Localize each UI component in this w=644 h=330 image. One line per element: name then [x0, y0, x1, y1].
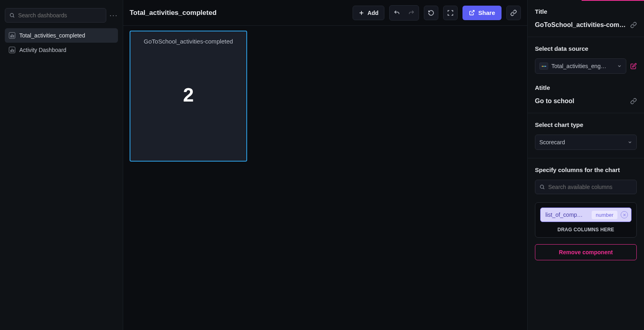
- column-chip[interactable]: list_of_comp… number: [540, 208, 632, 222]
- main-area: Total_activities_completed Add Share: [123, 0, 527, 330]
- data-source-value: Total_activities_eng…: [551, 63, 614, 69]
- search-icon: [9, 12, 15, 18]
- chart-type-value: Scorecard: [539, 139, 565, 145]
- scorecard-widget[interactable]: GoToSchool_activities-completed 2: [130, 31, 247, 162]
- title-value: GoToSchool_activities-completed: [535, 21, 626, 29]
- data-source-select[interactable]: Total_activities_eng…: [535, 58, 626, 74]
- search-dashboards-box[interactable]: [5, 8, 106, 23]
- chart-icon: [9, 47, 15, 53]
- chart-type-section: Select chart type Scorecard: [528, 113, 644, 158]
- link-icon[interactable]: [630, 98, 637, 104]
- sidebar-item-activity-dashboard[interactable]: Activity Dashboard: [5, 43, 118, 57]
- columns-search-input[interactable]: [548, 184, 632, 190]
- undo-redo-group: [389, 5, 419, 21]
- remove-chip-button[interactable]: [621, 211, 628, 218]
- active-indicator: [582, 0, 644, 1]
- search-dashboards-input[interactable]: [18, 12, 102, 19]
- search-icon: [539, 184, 545, 190]
- share-button[interactable]: Share: [462, 6, 502, 20]
- title-label: Title: [535, 8, 637, 15]
- dashboards-sidebar: ··· Total_activities_completed Activity …: [0, 0, 123, 330]
- remove-component-button[interactable]: Remove component: [535, 244, 637, 260]
- edit-datasource-button[interactable]: [630, 63, 637, 69]
- svg-line-1: [13, 17, 14, 18]
- svg-line-6: [543, 188, 545, 189]
- plus-icon: [359, 10, 364, 16]
- fullscreen-button[interactable]: [443, 6, 458, 20]
- undo-icon: [394, 10, 400, 16]
- inspector-panel: Title GoToSchool_activities-completed Se…: [527, 0, 644, 330]
- columns-search-box[interactable]: [535, 180, 637, 194]
- chart-icon: [9, 32, 15, 39]
- fullscreen-icon: [447, 10, 454, 16]
- chevron-down-icon: [627, 140, 632, 145]
- refresh-button[interactable]: [424, 6, 438, 20]
- sidebar-item-label: Total_activities_completed: [19, 32, 85, 39]
- add-button-label: Add: [367, 10, 378, 16]
- chart-type-select[interactable]: Scorecard: [535, 135, 637, 150]
- columns-label: Specify columns for the chart: [535, 166, 637, 173]
- link-button[interactable]: [506, 6, 521, 20]
- undo-button[interactable]: [390, 6, 403, 19]
- svg-point-0: [10, 13, 13, 17]
- refresh-icon: [428, 10, 434, 16]
- link-icon: [510, 10, 517, 16]
- atitle-label: Atitle: [535, 84, 637, 91]
- drag-hint-text: DRAG COLUMNS HERE: [540, 227, 632, 232]
- sidebar-item-label: Activity Dashboard: [19, 47, 66, 53]
- sidebar-search-row: ···: [5, 8, 118, 23]
- page-title: Total_activities_completed: [130, 9, 348, 17]
- top-toolbar: Total_activities_completed Add Share: [123, 0, 527, 26]
- columns-section: Specify columns for the chart: [528, 158, 644, 202]
- chart-type-label: Select chart type: [535, 121, 637, 128]
- data-source-label: Select data source: [535, 45, 637, 52]
- more-menu-icon[interactable]: ···: [109, 11, 118, 20]
- columns-drop-zone[interactable]: list_of_comp… number DRAG COLUMNS HERE: [535, 202, 637, 238]
- redo-button[interactable]: [405, 6, 418, 19]
- link-icon[interactable]: [630, 22, 637, 28]
- redo-icon: [408, 10, 415, 16]
- title-section: Title GoToSchool_activities-completed: [528, 0, 644, 37]
- scorecard-value: 2: [134, 37, 243, 153]
- external-link-icon: [469, 10, 475, 16]
- share-button-label: Share: [478, 9, 495, 16]
- datasource-icon: [539, 62, 548, 70]
- drop-zone-wrap: list_of_comp… number DRAG COLUMNS HERE: [528, 202, 644, 238]
- atitle-value: Go to school: [535, 98, 574, 105]
- sidebar-item-total-activities-completed[interactable]: Total_activities_completed: [5, 28, 118, 43]
- data-source-section: Select data source Total_activities_eng…: [528, 37, 644, 113]
- svg-line-4: [472, 10, 475, 13]
- add-button[interactable]: Add: [353, 6, 384, 20]
- column-chip-name: list_of_comp…: [545, 212, 588, 218]
- svg-point-5: [540, 185, 543, 188]
- chevron-down-icon: [617, 64, 622, 68]
- dashboard-canvas[interactable]: GoToSchool_activities-completed 2: [123, 26, 527, 330]
- column-chip-type: number: [592, 211, 617, 219]
